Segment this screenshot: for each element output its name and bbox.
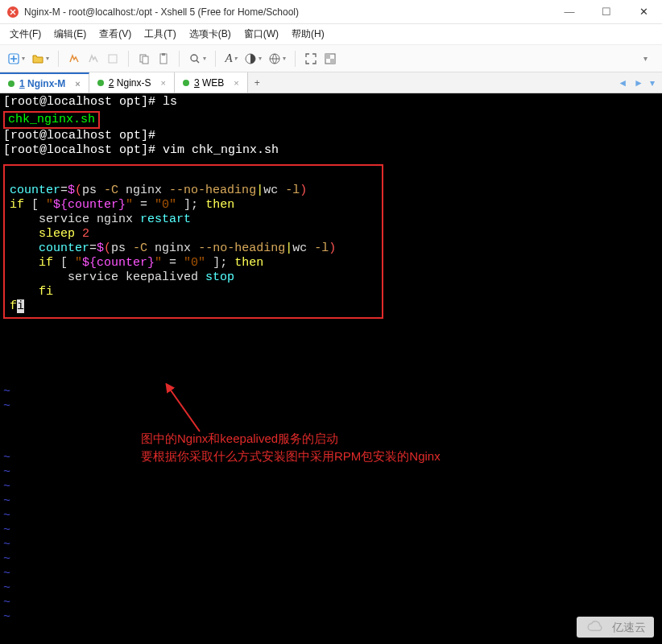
tab-close-icon[interactable]: × [234, 78, 238, 88]
properties-button[interactable] [104, 49, 122, 68]
terminal-pane[interactable]: [root@localhost opt]# ls chk_nginx.sh [r… [0, 93, 662, 644]
menu-help[interactable]: 帮助(H) [287, 25, 329, 43]
toolbar-overflow-button[interactable]: ▾ [636, 49, 654, 68]
tab-navigation: ◄ ► ▾ [610, 72, 662, 93]
svg-rect-11 [325, 54, 330, 59]
window-titlebar: Nginx-M - root@localhost:/opt - Xshell 5… [0, 0, 662, 24]
tab-nginx-m[interactable]: 1 Nginx-M × [0, 72, 89, 93]
tab-web[interactable]: 3 WEB × [175, 72, 248, 93]
fullscreen-button[interactable] [302, 49, 320, 68]
script-content: counter=$(ps -C nginx --no-heading|wc -l… [10, 169, 377, 314]
tilde-line: ~ [3, 385, 10, 399]
tilde-line: ~ [3, 567, 10, 581]
svg-rect-4 [143, 56, 148, 64]
terminal-line: [root@localhost opt]# vim chk_nginx.sh [3, 143, 659, 158]
svg-rect-12 [330, 59, 335, 64]
svg-rect-6 [162, 53, 165, 56]
vim-empty-lines: ~ ~ ~ ~ ~ ~ ~ ~ ~ ~ ~ ~ ~ ~ [3, 385, 10, 625]
encoding-button[interactable] [266, 49, 288, 68]
tilde-line: ~ [3, 480, 10, 494]
window-controls: — ☐ ✕ [551, 0, 662, 24]
find-button[interactable] [186, 49, 209, 68]
tilde-line: ~ [3, 465, 10, 480]
highlighted-file: chk_nginx.sh [3, 111, 100, 129]
script-highlight-box: counter=$(ps -C nginx --no-heading|wc -l… [3, 164, 383, 319]
close-button[interactable]: ✕ [625, 0, 662, 24]
terminal-line: [root@localhost opt]# ls [3, 95, 659, 109]
svg-line-13 [169, 388, 200, 431]
tilde-line: ~ [3, 523, 10, 538]
terminal-line: chk_nginx.sh [3, 109, 659, 129]
svg-point-7 [191, 55, 197, 61]
tab-close-icon[interactable]: × [161, 78, 166, 88]
reconnect-button[interactable] [65, 49, 83, 68]
annotation-text: 图中的Nginx和keepalived服务的启动 要根据你采取什么方式安装图中采… [141, 430, 441, 465]
transparency-button[interactable] [321, 49, 339, 68]
color-scheme-button[interactable] [242, 49, 264, 68]
tab-next-button[interactable]: ► [631, 77, 646, 89]
status-dot-icon [183, 80, 189, 86]
tilde-line: ~ [3, 581, 10, 596]
tilde-line: ~ [3, 494, 10, 509]
status-dot-icon [97, 80, 104, 86]
terminal-line: [root@localhost opt]# [3, 129, 659, 143]
minimize-button[interactable]: — [551, 0, 588, 24]
tab-number: 2 [109, 77, 114, 89]
disconnect-button[interactable] [85, 49, 102, 68]
menubar: 文件(F) 编辑(E) 查看(V) 工具(T) 选项卡(B) 窗口(W) 帮助(… [0, 24, 662, 45]
app-icon [6, 6, 19, 19]
tilde-line: ~ [3, 451, 10, 465]
menu-tab[interactable]: 选项卡(B) [184, 25, 236, 43]
watermark-text: 亿速云 [612, 620, 646, 634]
copy-button[interactable] [135, 49, 153, 68]
menu-file[interactable]: 文件(F) [5, 25, 46, 43]
tab-label: Nginx-S [117, 77, 151, 89]
tilde-line: ~ [3, 610, 10, 625]
menu-edit[interactable]: 编辑(E) [49, 25, 91, 43]
tilde-line: ~ [3, 538, 10, 552]
tab-nginx-s[interactable]: 2 Nginx-S × [89, 72, 175, 93]
paste-button[interactable] [155, 49, 172, 68]
toolbar: A ▾ [0, 45, 662, 72]
menu-view[interactable]: 查看(V) [94, 25, 136, 43]
cloud-icon [585, 620, 607, 634]
tilde-line: ~ [3, 509, 10, 523]
maximize-button[interactable]: ☐ [588, 0, 625, 24]
menu-window[interactable]: 窗口(W) [239, 25, 283, 43]
status-dot-icon [8, 80, 14, 87]
svg-rect-2 [109, 55, 117, 63]
tilde-line: ~ [3, 399, 10, 414]
new-session-button[interactable] [5, 49, 27, 68]
tab-number: 3 [194, 77, 200, 89]
tab-close-icon[interactable]: × [75, 79, 80, 89]
menu-tools[interactable]: 工具(T) [139, 25, 180, 43]
watermark: 亿速云 [577, 617, 654, 638]
tilde-line: ~ [3, 596, 10, 610]
annotation-line: 要根据你采取什么方式安装图中采用RPM包安装的Nginx [141, 448, 441, 465]
session-tabbar: 1 Nginx-M × 2 Nginx-S × 3 WEB × + ◄ ► ▾ [0, 72, 662, 93]
tab-list-button[interactable]: ▾ [648, 77, 657, 89]
open-button[interactable] [29, 49, 52, 68]
tab-number: 1 [19, 78, 25, 89]
tab-label: Nginx-M [27, 78, 65, 89]
tab-prev-button[interactable]: ◄ [615, 77, 630, 89]
tilde-line: ~ [3, 552, 10, 567]
tab-label: WEB [202, 77, 224, 89]
window-title: Nginx-M - root@localhost:/opt - Xshell 5… [24, 6, 551, 18]
tab-add-button[interactable]: + [248, 72, 267, 93]
font-button[interactable]: A [222, 49, 240, 68]
annotation-line: 图中的Nginx和keepalived服务的启动 [141, 430, 441, 448]
